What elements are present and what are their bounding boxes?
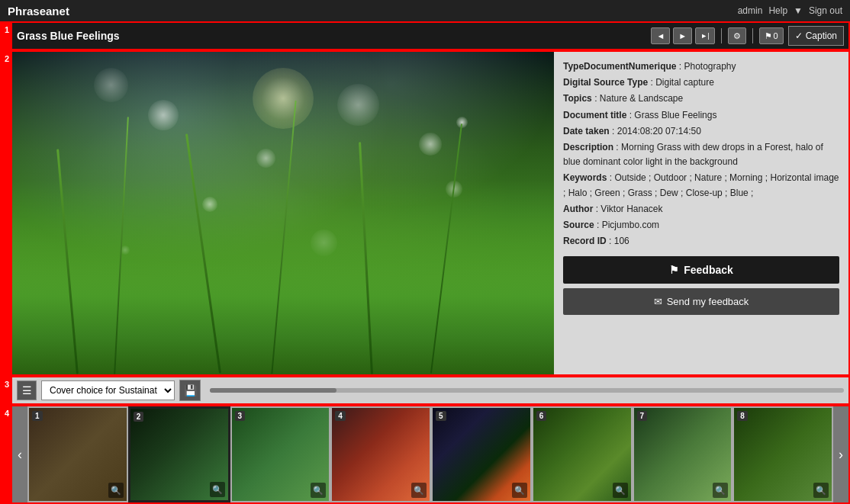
top-navigation: Phraseanet admin Help ▼ Sign out	[0, 0, 850, 21]
list-view-button[interactable]: ☰	[17, 380, 37, 400]
thumb-num-1: 1	[32, 411, 43, 421]
app-logo: Phraseanet	[8, 5, 69, 18]
document-title: Grass Blue Feelings	[17, 30, 330, 42]
nav-divider: ▼	[794, 5, 803, 16]
help-link[interactable]: Help	[768, 5, 787, 16]
nav-right: admin Help ▼ Sign out	[738, 5, 842, 16]
thumb-zoom-7[interactable]: 🔍	[713, 483, 728, 498]
thumb-num-3: 3	[235, 411, 246, 421]
digital-source-row: Digital Source Type : Digital capture	[563, 75, 839, 90]
date-taken-value: 2014:08:20 07:14:50	[617, 126, 701, 136]
thumbnail-6[interactable]: 6 🔍	[532, 406, 633, 502]
flag-count: 0	[774, 31, 778, 40]
thumb-num-5: 5	[436, 411, 446, 421]
thumb-zoom-8[interactable]: 🔍	[813, 483, 829, 498]
image-area	[12, 52, 554, 374]
send-feedback-button[interactable]: ✉ Send my feedback	[563, 288, 839, 315]
record-id-label: Record ID	[563, 236, 607, 246]
caption-panel: TypeDocumentNumerique : Photography Digi…	[554, 52, 848, 374]
next-thumb-button[interactable]: ›	[833, 406, 848, 502]
keywords-row: Keywords : Outside ; Outdoor ; Nature ; …	[563, 171, 839, 200]
flag-button[interactable]: ⚑ 0	[759, 27, 784, 44]
thumb-zoom-1[interactable]: 🔍	[108, 483, 124, 498]
doc-title-row: Document title : Grass Blue Feelings	[563, 108, 839, 123]
digital-source-value: Digital capture	[655, 77, 714, 88]
thumb-num-4: 4	[335, 411, 346, 421]
type-doc-label: TypeDocumentNumerique	[563, 61, 676, 72]
flag-icon: ⚑	[765, 31, 772, 41]
thumbnail-1[interactable]: 1 🔍	[27, 406, 128, 502]
thumb-zoom-4[interactable]: 🔍	[411, 483, 427, 498]
caption-toggle[interactable]: ✓ Caption	[788, 26, 844, 46]
thumb-zoom-6[interactable]: 🔍	[613, 483, 628, 498]
feedback-label: Feedback	[684, 264, 733, 276]
date-taken-row: Date taken : 2014:08:20 07:14:50	[563, 124, 839, 139]
toolbar-buttons: ◄ ► ►| ⚙ ⚑ 0	[651, 27, 783, 44]
thumbnail-7[interactable]: 7 🔍	[633, 406, 733, 502]
author-row: Author : Viktor Hanacek	[563, 202, 839, 217]
prev-button[interactable]: ◄	[651, 27, 670, 44]
thumb-zoom-2[interactable]: 🔍	[210, 482, 225, 497]
save-button[interactable]: 💾	[179, 380, 201, 401]
signout-link[interactable]: Sign out	[809, 5, 842, 16]
thumb-zoom-3[interactable]: 🔍	[311, 483, 326, 498]
skip-next-button[interactable]: ►|	[695, 27, 714, 44]
thumbnail-5[interactable]: 5 🔍	[431, 406, 532, 502]
topics-row: Topics : Nature & Landscape	[563, 91, 839, 106]
thumb-num-2: 2	[134, 412, 144, 422]
section2-label: 2	[2, 52, 12, 374]
settings-button[interactable]: ⚙	[728, 27, 746, 44]
topics-label: Topics	[563, 93, 592, 104]
thumb-num-6: 6	[536, 411, 547, 421]
record-id-row: Record ID : 106	[563, 234, 839, 249]
author-value: Viktor Hanacek	[600, 204, 662, 214]
progress-bar-fill	[210, 388, 336, 393]
source-value: Picjumbo.com	[602, 220, 659, 230]
caption-label: Caption	[806, 30, 837, 41]
thumbnail-8[interactable]: 8 🔍	[732, 406, 833, 502]
next-button[interactable]: ►	[673, 27, 692, 44]
thumbnail-3[interactable]: 3 🔍	[230, 406, 331, 502]
type-doc-value: Photography	[684, 61, 736, 72]
description-label: Description	[563, 142, 613, 152]
caption-arrow-icon: ✓	[795, 30, 803, 41]
description-row: Description : Morning Grass with dew dro…	[563, 140, 839, 169]
type-doc-row: TypeDocumentNumerique : Photography	[563, 59, 839, 74]
section1-label: 1	[2, 23, 12, 49]
digital-source-label: Digital Source Type	[563, 77, 648, 88]
thumb-zoom-5[interactable]: 🔍	[512, 483, 527, 498]
thumbnail-4[interactable]: 4 🔍	[330, 406, 431, 502]
prev-thumb-button[interactable]: ‹	[12, 406, 27, 502]
doc-title-value: Grass Blue Feelings	[634, 110, 716, 120]
thumb-num-7: 7	[637, 411, 648, 421]
send-icon: ✉	[654, 296, 662, 307]
section4-label: 4	[2, 406, 12, 502]
doc-title-label: Document title	[563, 110, 626, 120]
feedback-icon: ⚑	[669, 264, 679, 276]
source-label: Source	[563, 220, 594, 230]
source-row: Source : Picjumbo.com	[563, 218, 839, 233]
author-label: Author	[563, 204, 593, 214]
progress-bar	[210, 388, 844, 393]
feedback-button[interactable]: ⚑ Feedback	[563, 256, 839, 284]
section3-label: 3	[2, 377, 12, 403]
send-feedback-label: Send my feedback	[667, 296, 749, 307]
record-id-value: 106	[614, 236, 629, 246]
thumbnails-container: 1 🔍 2 🔍 3 🔍 4 🔍	[27, 406, 833, 502]
date-taken-label: Date taken	[563, 126, 610, 136]
thumb-num-8: 8	[737, 411, 748, 421]
thumbnail-2[interactable]: 2 🔍	[128, 406, 230, 502]
main-image	[12, 52, 554, 374]
admin-user: admin	[738, 5, 763, 16]
keywords-label: Keywords	[563, 172, 607, 183]
topics-value: Nature & Landscape	[600, 93, 683, 104]
basket-select[interactable]: Cover choice for Sustainat	[41, 380, 175, 400]
